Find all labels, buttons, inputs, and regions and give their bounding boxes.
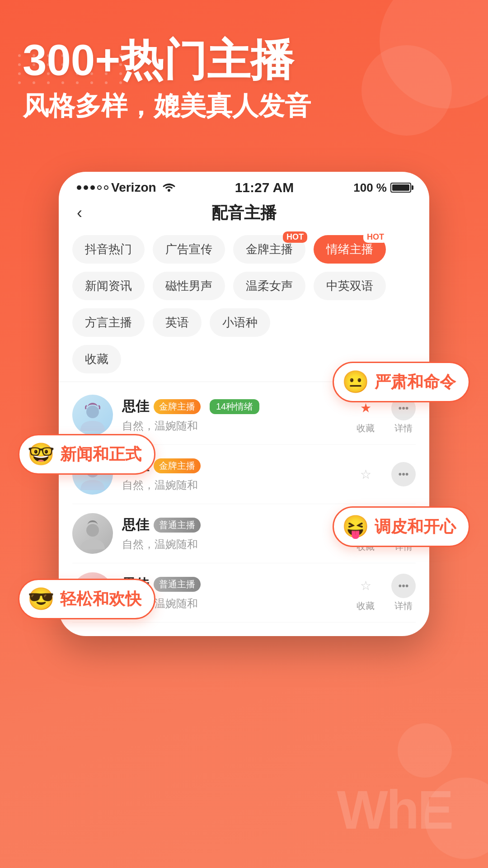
anchor-info-3: 思佳 普通主播 自然，温婉随和 [122, 516, 353, 552]
tooltip-playful: 😝 调皮和开心 [333, 506, 470, 547]
anchor-info-4: 思佳 普通主播 自然，温婉随和 [122, 575, 353, 611]
tooltip-news-label: 新闻和正式 [60, 443, 141, 466]
anchor-info-2: 思佳 金牌主播 自然，温婉随和 [122, 457, 353, 492]
tag-emotion-badge: HOT [363, 231, 388, 243]
carrier-label: Verizon [111, 180, 156, 195]
tag-collect[interactable]: 收藏 [72, 345, 121, 373]
anchor-info-1: 思佳 金牌主播 14种情绪 自然，温婉随和 [122, 397, 353, 433]
more-icon-4[interactable]: ••• [391, 574, 416, 598]
anchor-badge-3: 普通主播 [154, 518, 201, 533]
tag-bilingual[interactable]: 中英双语 [314, 272, 386, 300]
anchor-emotion-1: 14种情绪 [210, 399, 259, 414]
anchor-name-3: 思佳 [122, 516, 149, 534]
signal-dot-5 [104, 185, 108, 190]
battery-fill [392, 184, 409, 191]
signal-dot-1 [77, 185, 81, 190]
header-section: 300+热门主播 风格多样，媲美真人发音 [23, 36, 465, 123]
anchor-desc-4: 自然，温婉随和 [122, 596, 353, 611]
back-button[interactable]: ‹ [77, 203, 82, 222]
status-right: 100 % [353, 181, 411, 195]
anchor-avatar-1 [72, 395, 113, 435]
anchor-badge-2: 金牌主播 [154, 458, 201, 473]
action-detail-4[interactable]: ••• 详情 [391, 574, 416, 612]
tags-row-2: 新闻资讯 磁性男声 温柔女声 中英双语 [72, 272, 416, 300]
tags-row-1: 抖音热门 广告宣传 金牌主播 HOT 情绪主播 HOT [72, 235, 416, 264]
signal-dot-3 [90, 185, 95, 190]
tags-row-3: 方言主播 英语 小语种 [72, 308, 416, 337]
header-title: 300+热门主播 [23, 36, 465, 84]
page-title: 配音主播 [211, 202, 277, 224]
nav-bar: ‹ 配音主播 [59, 199, 429, 231]
tooltip-playful-emoji: 😝 [342, 514, 369, 539]
collect-label-4: 收藏 [357, 600, 375, 612]
signal-dots [77, 185, 108, 190]
anchor-avatar-3 [72, 513, 113, 554]
anchor-badge-1: 金牌主播 [154, 399, 201, 414]
tooltip-serious-label: 严肃和命令 [375, 371, 456, 393]
anchor-name-row-3: 思佳 普通主播 [122, 516, 353, 534]
action-pair-4: ☆ 收藏 ••• 详情 [353, 574, 416, 612]
action-detail-2[interactable]: ••• [391, 462, 416, 486]
tag-magnetic[interactable]: 磁性男声 [153, 272, 225, 300]
phone-mockup: Verizon 11:27 AM 100 % ‹ 配音主播 抖音热门 广告宣传 … [59, 172, 429, 636]
tooltip-relaxed: 😎 轻松和欢快 [18, 579, 155, 619]
signal-dot-2 [84, 185, 88, 190]
anchor-name-row-4: 思佳 普通主播 [122, 575, 353, 594]
anchor-badge-4: 普通主播 [154, 577, 201, 592]
tooltip-serious-emoji: 😐 [342, 369, 369, 395]
tag-minor-lang[interactable]: 小语种 [210, 308, 270, 337]
tooltip-news: 🤓 新闻和正式 [18, 434, 155, 475]
tag-gold-badge: HOT [283, 231, 307, 243]
tag-emotion[interactable]: 情绪主播 HOT [314, 235, 386, 264]
anchor-desc-3: 自然，温婉随和 [122, 537, 353, 552]
tag-news[interactable]: 新闻资讯 [72, 272, 145, 300]
tags-section: 抖音热门 广告宣传 金牌主播 HOT 情绪主播 HOT 新闻资讯 磁性男声 温柔… [59, 231, 429, 373]
tooltip-news-emoji: 🤓 [28, 442, 55, 467]
detail-label-4: 详情 [394, 600, 413, 612]
battery-icon [390, 183, 411, 193]
action-collect-2[interactable]: ☆ [353, 462, 378, 486]
anchor-name-row-1: 思佳 金牌主播 14种情绪 [122, 397, 353, 416]
bg-circle-4 [398, 723, 452, 778]
status-time: 11:27 AM [235, 180, 294, 195]
svg-point-0 [86, 406, 99, 418]
signal-dot-4 [97, 185, 102, 190]
star-outline-icon-4[interactable]: ☆ [353, 574, 378, 598]
battery-label: 100 % [353, 181, 387, 195]
action-pair-2: ☆ ••• [353, 462, 416, 486]
wifi-icon [163, 181, 175, 195]
tag-soft-female[interactable]: 温柔女声 [233, 272, 305, 300]
more-icon-2[interactable]: ••• [391, 462, 416, 486]
header-subtitle: 风格多样，媲美真人发音 [23, 89, 465, 123]
anchor-name-1: 思佳 [122, 397, 149, 416]
tag-dialect[interactable]: 方言主播 [72, 308, 145, 337]
anchor-desc-1: 自然，温婉随和 [122, 419, 353, 433]
collect-label-1: 收藏 [357, 422, 375, 434]
svg-point-2 [86, 524, 99, 537]
detail-label-1: 详情 [394, 422, 413, 434]
tooltip-serious: 😐 严肃和命令 [333, 362, 470, 402]
anchor-name-row-2: 思佳 金牌主播 [122, 457, 353, 475]
status-left: Verizon [77, 180, 175, 195]
tooltip-playful-label: 调皮和开心 [375, 516, 456, 538]
tag-douyin[interactable]: 抖音热门 [72, 235, 145, 264]
status-bar: Verizon 11:27 AM 100 % [59, 172, 429, 199]
tooltip-relaxed-emoji: 😎 [28, 586, 55, 612]
tag-gold[interactable]: 金牌主播 HOT [233, 235, 305, 264]
action-collect-4[interactable]: ☆ 收藏 [353, 574, 378, 612]
tooltip-relaxed-label: 轻松和欢快 [60, 588, 141, 610]
bottom-decoration-text: WhE [337, 778, 452, 841]
anchor-desc-2: 自然，温婉随和 [122, 478, 353, 492]
tag-ad[interactable]: 广告宣传 [153, 235, 225, 264]
star-outline-icon-2[interactable]: ☆ [353, 462, 378, 486]
tag-english[interactable]: 英语 [153, 308, 202, 337]
